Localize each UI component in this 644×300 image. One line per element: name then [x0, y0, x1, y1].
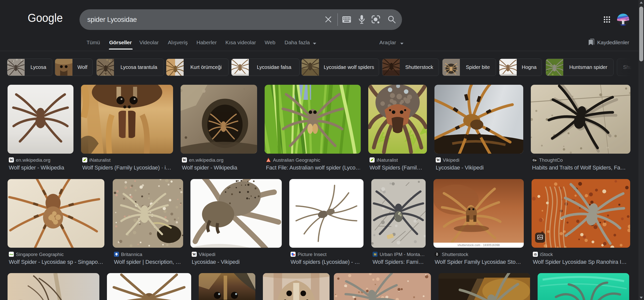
svg-text:shutterstock.com · 1830516398: shutterstock.com · 1830516398	[457, 243, 500, 247]
svg-text:W: W	[192, 252, 196, 256]
svg-text:Co: Co	[533, 159, 537, 162]
svg-text:W: W	[183, 158, 186, 162]
svg-text:W: W	[10, 158, 13, 162]
svg-text:W: W	[436, 158, 440, 162]
svg-text:M: M	[374, 253, 376, 256]
svg-text:iS: iS	[534, 253, 537, 256]
